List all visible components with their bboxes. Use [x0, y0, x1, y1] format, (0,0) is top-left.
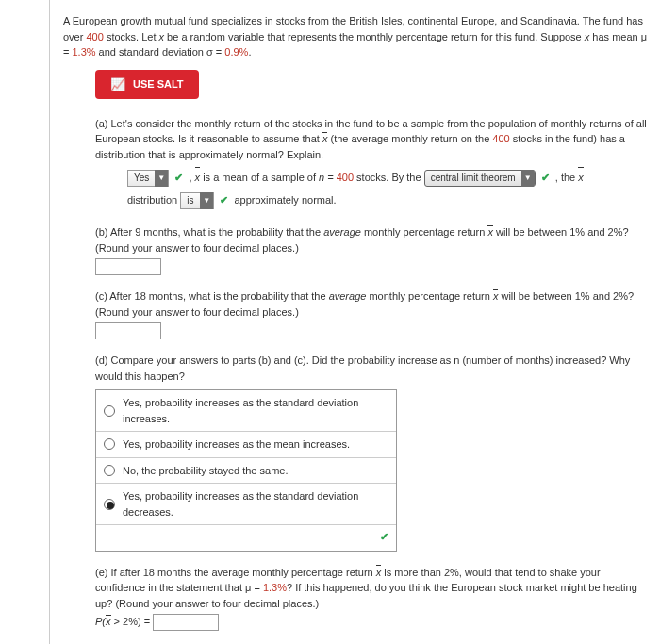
- b-text1: (b) After 9 months, what is the probabil…: [95, 226, 323, 238]
- c-xbar: x: [493, 289, 499, 305]
- e-text1: (e) If after 18 months the average month…: [95, 567, 376, 578]
- part-e: (e) If after 18 months the average month…: [95, 565, 651, 644]
- intro-line1e: and standard deviation: [96, 46, 206, 58]
- a-xbar: x: [322, 131, 328, 147]
- intro-period: .: [248, 46, 251, 58]
- d-option-2[interactable]: Yes, probability increases as the mean i…: [96, 432, 396, 458]
- e-muval: 1.3%: [263, 582, 287, 593]
- chevron-down-icon: ▼: [521, 170, 535, 187]
- d-option-1[interactable]: Yes, probability increases as the standa…: [96, 390, 396, 432]
- d-option-4[interactable]: Yes, probability increases as the standa…: [96, 484, 396, 525]
- chevron-down-icon: ▼: [200, 192, 213, 209]
- check-icon: ✔: [220, 194, 228, 206]
- a-seg2b: approximately normal.: [234, 194, 336, 206]
- check-icon: ✔: [174, 172, 183, 183]
- a-text2: (the average monthly return on the: [327, 133, 492, 144]
- intro-muval: 1.3%: [72, 46, 95, 58]
- intro-sigmaval: 0.9%: [224, 46, 248, 58]
- salt-label: USE SALT: [133, 78, 184, 90]
- a-seg1c: stocks. By the: [354, 172, 424, 183]
- a-seg2a: distribution: [127, 194, 180, 206]
- answer-input-c[interactable]: [95, 322, 161, 339]
- intro-sigma: σ =: [206, 46, 224, 58]
- d-opt1-label: Yes, probability increases as the standa…: [123, 395, 388, 426]
- chevron-down-icon: ▼: [155, 170, 168, 187]
- a-400: 400: [492, 133, 509, 144]
- intro-text: A European growth mutual fund specialize…: [63, 13, 651, 60]
- intro-400: 400: [86, 31, 103, 42]
- a-neq: n =: [319, 172, 337, 183]
- intro-line1b: stocks. Let: [104, 31, 159, 42]
- part-a: (a) Let's consider the monthly return of…: [95, 116, 651, 212]
- d-opt4-label: Yes, probability increases as the standa…: [123, 488, 388, 520]
- d-opt3-label: No, the probability stayed the same.: [123, 463, 288, 479]
- b-avg: average: [323, 226, 361, 238]
- d-opt2-label: Yes, probability increases as the mean i…: [123, 437, 350, 453]
- clt-label: central limit theorem: [425, 167, 521, 190]
- dropdown-is[interactable]: is ▼: [180, 192, 214, 209]
- use-salt-button[interactable]: 📈 USE SALT: [95, 70, 199, 99]
- clt-pill[interactable]: central limit theorem ▼: [424, 170, 536, 187]
- c-text2: monthly percentage return: [366, 290, 493, 302]
- b-text2: monthly percentage return: [361, 226, 488, 238]
- radio-icon: [104, 499, 115, 510]
- e-xbar2: x: [106, 614, 111, 630]
- radio-icon: [104, 405, 115, 417]
- a-xbar3: x: [578, 166, 584, 189]
- e-eq: P(: [95, 616, 106, 627]
- intro-line1d: has mean: [589, 31, 640, 42]
- a-seg1d: , the: [555, 172, 578, 183]
- a-seg1b: is a mean of a sample of: [200, 172, 319, 183]
- c-avg: average: [329, 290, 367, 302]
- dropdown-yes-label: Yes: [128, 167, 155, 190]
- d-option-box: Yes, probability increases as the standa…: [95, 389, 397, 552]
- check-icon: ✔: [541, 172, 550, 183]
- c-text1: (c) After 18 months, what is the probabi…: [95, 290, 329, 302]
- check-icon: ✔: [96, 525, 396, 551]
- salt-icon: 📈: [110, 77, 125, 91]
- e-eq2: > 2%) =: [111, 616, 154, 627]
- e-xbar: x: [376, 565, 382, 581]
- e-mu: μ =: [245, 582, 263, 593]
- part-b: (b) After 9 months, what is the probabil…: [95, 224, 651, 275]
- a-n400: 400: [337, 172, 354, 183]
- dropdown-is-label: is: [181, 190, 200, 212]
- b-xbar: x: [487, 224, 493, 240]
- radio-icon: [104, 438, 115, 450]
- radio-icon: [104, 465, 115, 476]
- dropdown-yes[interactable]: Yes ▼: [127, 170, 169, 187]
- d-prompt: (d) Compare your answers to parts (b) an…: [95, 353, 651, 384]
- intro-line1c: be a random variable that represents the…: [164, 31, 585, 42]
- part-d: (d) Compare your answers to parts (b) an…: [95, 353, 651, 552]
- d-option-3[interactable]: No, the probability stayed the same.: [96, 458, 396, 485]
- part-c: (c) After 18 months, what is the probabi…: [95, 289, 651, 339]
- answer-input-b[interactable]: [95, 258, 161, 275]
- answer-input-e[interactable]: [153, 614, 219, 631]
- a-xbar2: x: [195, 166, 201, 189]
